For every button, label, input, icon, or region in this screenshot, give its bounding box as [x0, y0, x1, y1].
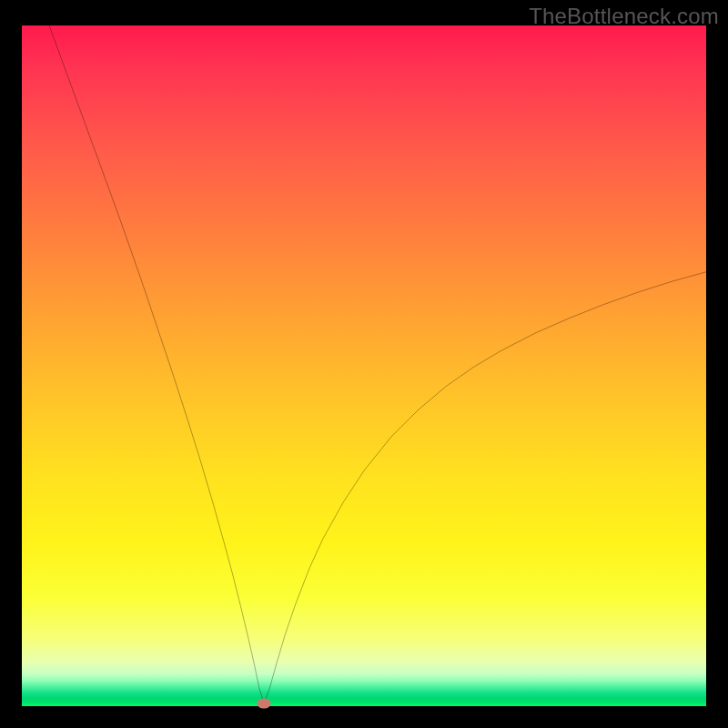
watermark-text: TheBottleneck.com: [529, 4, 719, 29]
optimal-point-marker: [258, 699, 271, 709]
bottleneck-curve: [49, 25, 706, 703]
chart-frame: TheBottleneck.com: [0, 0, 728, 728]
plot-area: [22, 25, 706, 706]
curve-svg: [22, 25, 706, 706]
